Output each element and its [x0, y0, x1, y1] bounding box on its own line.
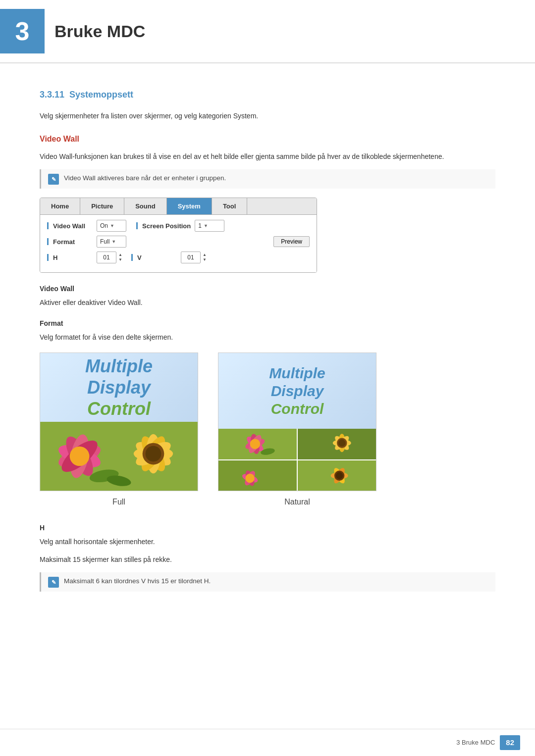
format-desc: Velg formatet for å vise den delte skjer… [40, 332, 495, 343]
svg-point-22 [250, 439, 261, 449]
note2-box: ✎ Maksimalt 6 kan tilordnes V hvis 15 er… [40, 572, 495, 592]
natural-text-area: Multiple Display Control [218, 353, 376, 429]
footer-text: 3 Bruke MDC [456, 738, 495, 748]
h-max: Maksimalt 15 skjermer kan stilles på rek… [40, 554, 495, 565]
format-select[interactable]: Full ▼ [97, 236, 126, 248]
section-label-format: Format [40, 318, 495, 329]
main-content: 3.3.11 Systemoppsett Velg skjermenheter … [0, 63, 535, 630]
screen-position-group: Screen Position 1 ▼ [136, 220, 224, 232]
ui-label-format: Format [47, 237, 97, 247]
format-item-natural: Multiple Display Control [218, 353, 376, 508]
ui-row-format: Format Full ▼ Preview [47, 236, 310, 248]
h-value: 01 [103, 254, 109, 261]
h-spinners: ▲ ▼ [117, 252, 123, 262]
label-bar [47, 222, 49, 229]
screenpos-select[interactable]: 1 ▼ [195, 220, 224, 232]
note1-box: ✎ Video Wall aktiveres bare når det er e… [40, 169, 495, 189]
v-spinners: ▲ ▼ [202, 252, 208, 262]
h-up[interactable]: ▲ [117, 252, 123, 257]
videowall-select[interactable]: On ▼ [97, 220, 126, 232]
ui-panel-tabs: Home Picture Sound System Tool [40, 198, 317, 215]
format-images: Multiple Display Control [40, 353, 495, 508]
format-item-full: Multiple Display Control [40, 353, 198, 508]
v-value: 01 [187, 254, 194, 261]
v-input[interactable]: 01 [181, 252, 201, 263]
format-image-natural: Multiple Display Control [218, 353, 376, 491]
flower-svg-full [40, 422, 198, 491]
note-icon-inner: ✎ [48, 174, 59, 185]
svg-point-6 [70, 447, 90, 466]
video-wall-intro: Video Wall-funksjonen kan brukes til å v… [40, 151, 495, 162]
note2-icon-inner: ✎ [48, 577, 59, 588]
tab-home[interactable]: Home [40, 198, 80, 215]
chapter-number: 3 [15, 12, 30, 50]
ui-row-videowall: Video Wall On ▼ Screen Position 1 ▼ [47, 220, 310, 232]
section-number: 3.3.11 [40, 90, 64, 100]
mdc-word-multiple-nat: Multiple [269, 364, 325, 382]
ui-row-hv: H 01 ▲ ▼ V 01 ▲ ▼ [47, 252, 310, 263]
v-down[interactable]: ▼ [202, 257, 208, 262]
tab-sound[interactable]: Sound [124, 198, 166, 215]
note-icon: ✎ [48, 174, 59, 185]
flower-q3 [218, 460, 297, 491]
h-down[interactable]: ▼ [117, 257, 123, 262]
ui-label-v: V [131, 253, 181, 263]
label-bar-format [47, 238, 49, 245]
ui-panel-body: Video Wall On ▼ Screen Position 1 ▼ [40, 215, 317, 272]
format-image-full: Multiple Display Control [40, 353, 198, 491]
intro-text: Velg skjermenheter fra listen over skjer… [40, 110, 495, 121]
video-wall-heading: Video Wall [40, 133, 495, 145]
section-heading: 3.3.11 Systemoppsett [40, 88, 495, 101]
mdc-word-multiple-full: Multiple [85, 355, 153, 377]
flower-q4 [298, 460, 376, 491]
note1-text: Video Wall aktiveres bare når det er enh… [64, 173, 226, 183]
screenpos-arrow: ▼ [204, 223, 208, 230]
svg-point-35 [245, 473, 254, 482]
flower-q2 [298, 429, 376, 459]
format-value: Full [100, 237, 109, 246]
videowall-arrow: ▼ [110, 223, 114, 230]
label-text-videowall: Video Wall [53, 221, 85, 231]
v-up[interactable]: ▲ [202, 252, 208, 257]
ui-panel: Home Picture Sound System Tool Video Wal… [40, 198, 317, 273]
svg-point-30 [338, 439, 345, 446]
label-bar-h [47, 254, 49, 261]
label-bar-v [131, 254, 133, 261]
footer-page-number: 82 [500, 735, 520, 751]
chapter-header: 3 Bruke MDC [0, 0, 535, 63]
h-desc: Velg antall horisontale skjermenheter. [40, 536, 495, 547]
format-label-full: Full [112, 496, 125, 508]
section-label-h: H [40, 523, 495, 533]
svg-point-14 [146, 446, 161, 462]
videowall-value: On [100, 221, 108, 230]
screenpos-value: 1 [198, 221, 202, 230]
section-label-videowall: Video Wall [40, 284, 495, 294]
preview-button[interactable]: Preview [273, 236, 310, 247]
ui-label-videowall: Video Wall [47, 221, 97, 231]
full-text-area: Multiple Display Control [40, 353, 198, 422]
section-title: Systemoppsett [69, 90, 133, 100]
format-label-natural: Natural [284, 496, 310, 508]
tab-tool[interactable]: Tool [212, 198, 247, 215]
h-input[interactable]: 01 [97, 252, 116, 263]
h-label-text: H [53, 253, 57, 263]
page-footer: 3 Bruke MDC 82 [0, 729, 535, 756]
chapter-number-box: 3 [0, 9, 45, 53]
screenpos-label-text: Screen Position [142, 221, 191, 231]
mdc-word-control-full: Control [87, 398, 151, 419]
chapter-title: Bruke MDC [54, 19, 145, 44]
mdc-word-display-nat: Display [271, 382, 324, 400]
ui-label-h: H [47, 253, 97, 263]
svg-point-41 [336, 472, 343, 479]
label-text-format: Format [53, 237, 75, 247]
note2-text: Maksimalt 6 kan tilordnes V hvis 15 er t… [64, 576, 211, 586]
format-arrow: ▼ [111, 239, 116, 246]
note2-icon: ✎ [48, 577, 59, 588]
video-wall-desc: Aktiver eller deaktiver Video Wall. [40, 297, 495, 308]
label-bar-screenpos [136, 222, 138, 229]
tab-picture[interactable]: Picture [80, 198, 124, 215]
ui-label-screenpos: Screen Position [136, 221, 191, 231]
full-flower-area [40, 422, 198, 491]
tab-system[interactable]: System [167, 198, 212, 215]
mdc-word-control-nat: Control [271, 400, 324, 418]
